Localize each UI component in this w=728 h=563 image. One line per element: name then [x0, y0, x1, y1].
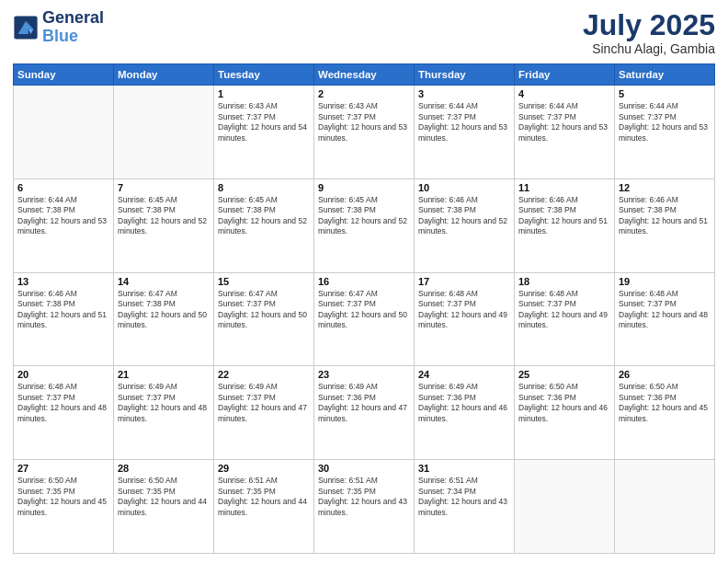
day-number: 16 [318, 276, 410, 287]
day-info: Sunrise: 6:44 AM Sunset: 7:37 PM Dayligh… [619, 101, 711, 144]
logo-line1: General [42, 9, 104, 28]
calendar-cell [515, 460, 615, 554]
day-info: Sunrise: 6:46 AM Sunset: 7:38 PM Dayligh… [619, 195, 711, 237]
day-info: Sunrise: 6:43 AM Sunset: 7:37 PM Dayligh… [218, 101, 310, 144]
calendar-cell: 6Sunrise: 6:44 AM Sunset: 7:38 PM Daylig… [14, 178, 114, 272]
day-number: 27 [17, 463, 109, 474]
location-title: Sinchu Alagi, Gambia [583, 41, 715, 56]
day-info: Sunrise: 6:45 AM Sunset: 7:38 PM Dayligh… [218, 195, 310, 237]
day-info: Sunrise: 6:43 AM Sunset: 7:37 PM Dayligh… [318, 101, 410, 144]
calendar-cell: 24Sunrise: 6:49 AM Sunset: 7:36 PM Dayli… [415, 366, 515, 460]
calendar-day-header: Saturday [615, 64, 715, 86]
calendar-week-row: 27Sunrise: 6:50 AM Sunset: 7:35 PM Dayli… [14, 460, 715, 554]
calendar-cell: 26Sunrise: 6:50 AM Sunset: 7:36 PM Dayli… [615, 366, 715, 460]
day-info: Sunrise: 6:49 AM Sunset: 7:37 PM Dayligh… [218, 382, 310, 424]
calendar-day-header: Tuesday [214, 64, 314, 86]
calendar-cell [14, 86, 114, 179]
calendar-cell: 18Sunrise: 6:48 AM Sunset: 7:37 PM Dayli… [515, 272, 615, 366]
calendar-cell: 9Sunrise: 6:45 AM Sunset: 7:38 PM Daylig… [314, 178, 415, 272]
header: General Blue July 2025 Sinchu Alagi, Gam… [13, 9, 715, 56]
day-info: Sunrise: 6:51 AM Sunset: 7:35 PM Dayligh… [318, 476, 410, 518]
calendar-cell: 17Sunrise: 6:48 AM Sunset: 7:37 PM Dayli… [415, 272, 515, 366]
day-info: Sunrise: 6:50 AM Sunset: 7:35 PM Dayligh… [118, 476, 210, 518]
day-info: Sunrise: 6:49 AM Sunset: 7:36 PM Dayligh… [418, 382, 510, 424]
day-number: 26 [619, 369, 711, 380]
day-info: Sunrise: 6:48 AM Sunset: 7:37 PM Dayligh… [418, 289, 510, 331]
calendar-day-header: Thursday [415, 64, 515, 86]
calendar-week-row: 1Sunrise: 6:43 AM Sunset: 7:37 PM Daylig… [14, 86, 715, 179]
day-number: 8 [218, 182, 310, 193]
calendar-cell: 25Sunrise: 6:50 AM Sunset: 7:36 PM Dayli… [515, 366, 615, 460]
page: General Blue July 2025 Sinchu Alagi, Gam… [0, 0, 728, 563]
day-number: 17 [418, 276, 510, 287]
calendar-cell: 23Sunrise: 6:49 AM Sunset: 7:36 PM Dayli… [314, 366, 415, 460]
day-info: Sunrise: 6:51 AM Sunset: 7:34 PM Dayligh… [418, 476, 510, 518]
day-info: Sunrise: 6:46 AM Sunset: 7:38 PM Dayligh… [17, 289, 109, 331]
day-number: 19 [619, 276, 711, 287]
day-info: Sunrise: 6:49 AM Sunset: 7:37 PM Dayligh… [118, 382, 210, 424]
day-number: 14 [118, 276, 210, 287]
calendar-cell: 14Sunrise: 6:47 AM Sunset: 7:38 PM Dayli… [114, 272, 214, 366]
day-info: Sunrise: 6:50 AM Sunset: 7:35 PM Dayligh… [17, 476, 109, 518]
day-info: Sunrise: 6:44 AM Sunset: 7:38 PM Dayligh… [17, 195, 109, 237]
logo-text: General Blue [42, 9, 104, 46]
calendar-cell: 15Sunrise: 6:47 AM Sunset: 7:37 PM Dayli… [214, 272, 314, 366]
day-info: Sunrise: 6:50 AM Sunset: 7:36 PM Dayligh… [619, 382, 711, 424]
calendar-cell: 19Sunrise: 6:48 AM Sunset: 7:37 PM Dayli… [615, 272, 715, 366]
day-number: 18 [518, 276, 610, 287]
day-number: 25 [518, 369, 610, 380]
day-number: 6 [17, 182, 109, 193]
calendar-cell: 29Sunrise: 6:51 AM Sunset: 7:35 PM Dayli… [214, 460, 314, 554]
day-number: 7 [118, 182, 210, 193]
logo-line2: Blue [42, 28, 104, 46]
day-number: 10 [418, 182, 510, 193]
day-number: 5 [619, 88, 711, 99]
day-info: Sunrise: 6:44 AM Sunset: 7:37 PM Dayligh… [518, 101, 610, 144]
calendar-cell [114, 86, 214, 179]
calendar-cell: 12Sunrise: 6:46 AM Sunset: 7:38 PM Dayli… [615, 178, 715, 272]
calendar-day-header: Sunday [14, 64, 114, 86]
calendar-cell: 5Sunrise: 6:44 AM Sunset: 7:37 PM Daylig… [615, 86, 715, 179]
day-info: Sunrise: 6:48 AM Sunset: 7:37 PM Dayligh… [619, 289, 711, 331]
day-number: 23 [318, 369, 410, 380]
day-number: 30 [318, 463, 410, 474]
day-number: 22 [218, 369, 310, 380]
day-number: 12 [619, 182, 711, 193]
calendar-cell: 30Sunrise: 6:51 AM Sunset: 7:35 PM Dayli… [314, 460, 415, 554]
calendar-cell: 22Sunrise: 6:49 AM Sunset: 7:37 PM Dayli… [214, 366, 314, 460]
day-number: 9 [318, 182, 410, 193]
day-number: 4 [518, 88, 610, 99]
calendar-cell: 13Sunrise: 6:46 AM Sunset: 7:38 PM Dayli… [14, 272, 114, 366]
month-title: July 2025 [583, 9, 715, 41]
day-info: Sunrise: 6:45 AM Sunset: 7:38 PM Dayligh… [318, 195, 410, 237]
day-number: 31 [418, 463, 510, 474]
day-info: Sunrise: 6:51 AM Sunset: 7:35 PM Dayligh… [218, 476, 310, 518]
day-number: 24 [418, 369, 510, 380]
calendar-cell: 27Sunrise: 6:50 AM Sunset: 7:35 PM Dayli… [14, 460, 114, 554]
day-info: Sunrise: 6:47 AM Sunset: 7:37 PM Dayligh… [318, 289, 410, 331]
day-number: 11 [518, 182, 610, 193]
calendar-cell [615, 460, 715, 554]
logo-icon [13, 15, 39, 40]
day-number: 28 [118, 463, 210, 474]
day-info: Sunrise: 6:46 AM Sunset: 7:38 PM Dayligh… [518, 195, 610, 237]
calendar-day-header: Wednesday [314, 64, 415, 86]
day-number: 20 [17, 369, 109, 380]
calendar-week-row: 6Sunrise: 6:44 AM Sunset: 7:38 PM Daylig… [14, 178, 715, 272]
day-info: Sunrise: 6:46 AM Sunset: 7:38 PM Dayligh… [418, 195, 510, 237]
logo: General Blue [13, 9, 104, 46]
day-number: 13 [17, 276, 109, 287]
calendar-cell: 11Sunrise: 6:46 AM Sunset: 7:38 PM Dayli… [515, 178, 615, 272]
title-block: July 2025 Sinchu Alagi, Gambia [583, 9, 715, 56]
calendar-week-row: 13Sunrise: 6:46 AM Sunset: 7:38 PM Dayli… [14, 272, 715, 366]
day-number: 15 [218, 276, 310, 287]
day-info: Sunrise: 6:50 AM Sunset: 7:36 PM Dayligh… [518, 382, 610, 424]
day-number: 1 [218, 88, 310, 99]
calendar-week-row: 20Sunrise: 6:48 AM Sunset: 7:37 PM Dayli… [14, 366, 715, 460]
day-info: Sunrise: 6:48 AM Sunset: 7:37 PM Dayligh… [17, 382, 109, 424]
day-number: 2 [318, 88, 410, 99]
calendar-cell: 21Sunrise: 6:49 AM Sunset: 7:37 PM Dayli… [114, 366, 214, 460]
calendar-cell: 2Sunrise: 6:43 AM Sunset: 7:37 PM Daylig… [314, 86, 415, 179]
calendar-cell: 28Sunrise: 6:50 AM Sunset: 7:35 PM Dayli… [114, 460, 214, 554]
day-info: Sunrise: 6:47 AM Sunset: 7:38 PM Dayligh… [118, 289, 210, 331]
